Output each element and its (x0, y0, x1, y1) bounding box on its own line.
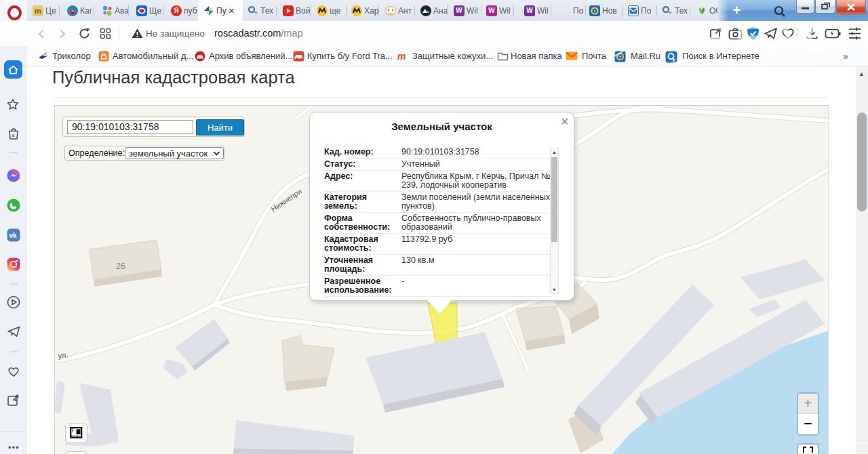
svg-text:26: 26 (116, 262, 125, 271)
svg-text:m: m (397, 51, 406, 62)
svg-text:ул.: ул. (58, 351, 68, 360)
svg-text:а: а (12, 132, 15, 138)
svg-text:vk: vk (9, 232, 17, 239)
